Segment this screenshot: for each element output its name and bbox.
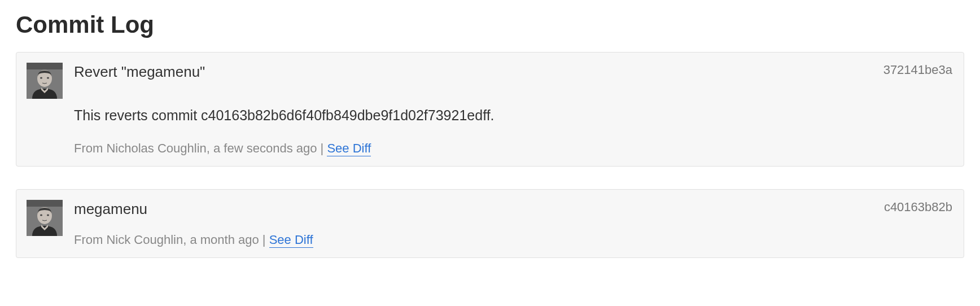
avatar (27, 63, 63, 99)
commit-meta: From Nicholas Coughlin, a few seconds ag… (74, 141, 952, 156)
svg-rect-6 (27, 200, 63, 207)
commit-message: This reverts commit c40163b82b6d6f40fb84… (74, 106, 952, 125)
commit-author: Nick Coughlin (106, 233, 183, 247)
commit-meta: From Nick Coughlin, a month ago | See Di… (74, 233, 952, 247)
commit-body: megamenu c40163b82b From Nick Coughlin, … (74, 200, 952, 247)
commit-card: megamenu c40163b82b From Nick Coughlin, … (16, 189, 964, 258)
meta-separator: | (262, 233, 269, 247)
meta-from-prefix: From (74, 141, 103, 155)
meta-from-prefix: From (74, 233, 103, 247)
meta-comma: , (207, 141, 213, 155)
commit-author: Nicholas Coughlin (106, 141, 206, 155)
svg-point-9 (47, 214, 49, 216)
see-diff-link[interactable]: See Diff (327, 141, 371, 156)
commit-title: megamenu (74, 200, 147, 219)
commit-header: megamenu c40163b82b (74, 200, 952, 219)
avatar-icon (27, 200, 63, 236)
commit-hash: c40163b82b (884, 200, 952, 215)
page-title: Commit Log (16, 11, 964, 38)
commit-time: a few seconds ago (213, 141, 317, 155)
meta-separator: | (321, 141, 327, 155)
see-diff-link[interactable]: See Diff (269, 233, 313, 248)
commit-time: a month ago (190, 233, 259, 247)
commit-body: Revert "megamenu" 372141be3a This revert… (74, 63, 952, 156)
svg-point-4 (47, 77, 49, 79)
commit-card: Revert "megamenu" 372141be3a This revert… (16, 52, 964, 167)
commit-hash: 372141be3a (883, 63, 952, 77)
svg-point-8 (40, 214, 42, 216)
svg-rect-1 (27, 63, 63, 69)
meta-comma: , (183, 233, 190, 247)
svg-point-3 (40, 77, 42, 79)
avatar (27, 200, 63, 236)
commit-header: Revert "megamenu" 372141be3a (74, 63, 952, 82)
avatar-icon (27, 63, 63, 99)
commit-title: Revert "megamenu" (74, 63, 205, 82)
